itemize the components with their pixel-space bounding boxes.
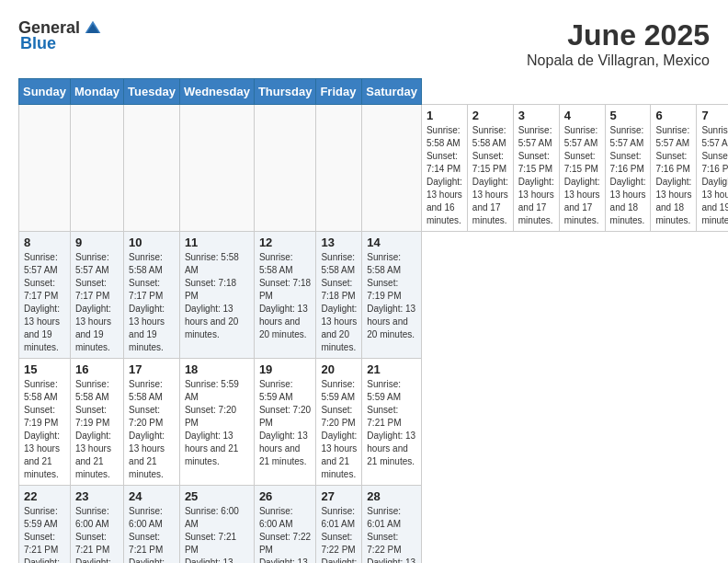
- day-number: 22: [24, 489, 65, 503]
- calendar-day-cell: 9Sunrise: 5:57 AMSunset: 7:17 PMDaylight…: [70, 232, 123, 359]
- day-info: Sunrise: 6:00 AMSunset: 7:21 PMDaylight:…: [185, 505, 249, 563]
- day-info: Sunrise: 6:01 AMSunset: 7:22 PMDaylight:…: [367, 505, 416, 563]
- logo-icon: [84, 19, 102, 38]
- calendar-week-row: 15Sunrise: 5:58 AMSunset: 7:19 PMDayligh…: [19, 359, 729, 486]
- calendar-day-cell: 4Sunrise: 5:57 AMSunset: 7:15 PMDaylight…: [559, 105, 605, 232]
- day-number: 25: [185, 489, 249, 503]
- calendar-day-cell: 6Sunrise: 5:57 AMSunset: 7:16 PMDaylight…: [651, 105, 697, 232]
- day-number: 21: [367, 362, 416, 376]
- day-number: 10: [129, 236, 175, 249]
- column-header-saturday: Saturday: [362, 79, 422, 105]
- empty-cell: [179, 105, 254, 232]
- title-section: June 2025 Nopala de Villagran, Mexico: [527, 18, 710, 69]
- day-info: Sunrise: 5:57 AMSunset: 7:16 PMDaylight:…: [701, 124, 728, 227]
- day-number: 14: [367, 236, 416, 249]
- month-title: June 2025: [527, 18, 710, 52]
- calendar-table: SundayMondayTuesdayWednesdayThursdayFrid…: [18, 78, 728, 563]
- empty-cell: [19, 105, 71, 232]
- day-number: 2: [472, 109, 508, 122]
- calendar-day-cell: 10Sunrise: 5:58 AMSunset: 7:17 PMDayligh…: [124, 232, 180, 359]
- calendar-week-row: 1Sunrise: 5:58 AMSunset: 7:14 PMDaylight…: [19, 105, 729, 232]
- empty-cell: [362, 105, 422, 232]
- day-info: Sunrise: 5:57 AMSunset: 7:15 PMDaylight:…: [518, 124, 554, 227]
- calendar-header-row: SundayMondayTuesdayWednesdayThursdayFrid…: [19, 79, 729, 105]
- calendar-week-row: 22Sunrise: 5:59 AMSunset: 7:21 PMDayligh…: [19, 486, 729, 564]
- day-info: Sunrise: 6:00 AMSunset: 7:21 PMDaylight:…: [129, 505, 175, 563]
- logo-blue-text: Blue: [20, 34, 56, 53]
- day-info: Sunrise: 6:00 AMSunset: 7:22 PMDaylight:…: [259, 505, 312, 563]
- day-info: Sunrise: 5:59 AMSunset: 7:21 PMDaylight:…: [24, 505, 65, 563]
- column-header-tuesday: Tuesday: [124, 79, 180, 105]
- day-number: 7: [701, 109, 728, 122]
- calendar-day-cell: 8Sunrise: 5:57 AMSunset: 7:17 PMDaylight…: [19, 232, 71, 359]
- calendar-day-cell: 21Sunrise: 5:59 AMSunset: 7:21 PMDayligh…: [362, 359, 422, 486]
- day-info: Sunrise: 5:59 AMSunset: 7:20 PMDaylight:…: [259, 378, 312, 468]
- column-header-sunday: Sunday: [19, 79, 71, 105]
- calendar-day-cell: 3Sunrise: 5:57 AMSunset: 7:15 PMDaylight…: [513, 105, 559, 232]
- calendar-day-cell: 24Sunrise: 6:00 AMSunset: 7:21 PMDayligh…: [124, 486, 180, 564]
- day-info: Sunrise: 5:58 AMSunset: 7:15 PMDaylight:…: [472, 124, 508, 227]
- calendar-day-cell: 14Sunrise: 5:58 AMSunset: 7:19 PMDayligh…: [362, 232, 422, 359]
- day-info: Sunrise: 5:59 AMSunset: 7:20 PMDaylight:…: [321, 378, 357, 481]
- calendar-day-cell: 28Sunrise: 6:01 AMSunset: 7:22 PMDayligh…: [362, 486, 422, 564]
- day-info: Sunrise: 5:58 AMSunset: 7:19 PMDaylight:…: [24, 378, 65, 481]
- day-number: 17: [129, 362, 175, 376]
- day-number: 15: [24, 362, 65, 376]
- day-number: 12: [259, 236, 312, 249]
- day-number: 27: [321, 489, 357, 503]
- day-number: 3: [518, 109, 554, 122]
- calendar-day-cell: 26Sunrise: 6:00 AMSunset: 7:22 PMDayligh…: [254, 486, 316, 564]
- day-number: 23: [75, 489, 119, 503]
- calendar-day-cell: 13Sunrise: 5:58 AMSunset: 7:18 PMDayligh…: [316, 232, 362, 359]
- day-info: Sunrise: 6:00 AMSunset: 7:21 PMDaylight:…: [75, 505, 119, 563]
- day-info: Sunrise: 5:58 AMSunset: 7:19 PMDaylight:…: [367, 251, 416, 341]
- calendar-day-cell: 5Sunrise: 5:57 AMSunset: 7:16 PMDaylight…: [605, 105, 651, 232]
- day-number: 19: [259, 362, 312, 376]
- calendar-day-cell: 7Sunrise: 5:57 AMSunset: 7:16 PMDaylight…: [697, 105, 728, 232]
- calendar-day-cell: 22Sunrise: 5:59 AMSunset: 7:21 PMDayligh…: [19, 486, 71, 564]
- day-number: 9: [75, 236, 119, 249]
- column-header-monday: Monday: [70, 79, 123, 105]
- logo: General Blue: [18, 18, 102, 53]
- column-header-wednesday: Wednesday: [179, 79, 254, 105]
- day-info: Sunrise: 5:58 AMSunset: 7:17 PMDaylight:…: [129, 251, 175, 354]
- column-header-thursday: Thursday: [254, 79, 316, 105]
- day-number: 16: [75, 362, 119, 376]
- calendar-day-cell: 12Sunrise: 5:58 AMSunset: 7:18 PMDayligh…: [254, 232, 316, 359]
- day-info: Sunrise: 5:57 AMSunset: 7:16 PMDaylight:…: [655, 124, 691, 227]
- day-number: 20: [321, 362, 357, 376]
- calendar-day-cell: 19Sunrise: 5:59 AMSunset: 7:20 PMDayligh…: [254, 359, 316, 486]
- calendar-day-cell: 16Sunrise: 5:58 AMSunset: 7:19 PMDayligh…: [70, 359, 123, 486]
- day-info: Sunrise: 5:58 AMSunset: 7:20 PMDaylight:…: [129, 378, 175, 481]
- day-info: Sunrise: 6:01 AMSunset: 7:22 PMDaylight:…: [321, 505, 357, 563]
- day-number: 4: [564, 109, 600, 122]
- page-header: General Blue June 2025 Nopala de Villagr…: [18, 18, 710, 69]
- day-number: 11: [185, 236, 249, 249]
- calendar-day-cell: 15Sunrise: 5:58 AMSunset: 7:19 PMDayligh…: [19, 359, 71, 486]
- day-info: Sunrise: 5:58 AMSunset: 7:18 PMDaylight:…: [185, 251, 249, 341]
- calendar-day-cell: 23Sunrise: 6:00 AMSunset: 7:21 PMDayligh…: [70, 486, 123, 564]
- calendar-day-cell: 2Sunrise: 5:58 AMSunset: 7:15 PMDaylight…: [467, 105, 513, 232]
- empty-cell: [254, 105, 316, 232]
- calendar-day-cell: 18Sunrise: 5:59 AMSunset: 7:20 PMDayligh…: [179, 359, 254, 486]
- day-number: 26: [259, 489, 312, 503]
- day-number: 1: [427, 109, 462, 122]
- day-number: 5: [610, 109, 646, 122]
- day-number: 13: [321, 236, 357, 249]
- day-info: Sunrise: 5:57 AMSunset: 7:16 PMDaylight:…: [610, 124, 646, 227]
- calendar-day-cell: 1Sunrise: 5:58 AMSunset: 7:14 PMDaylight…: [421, 105, 467, 232]
- day-number: 6: [655, 109, 691, 122]
- day-info: Sunrise: 5:57 AMSunset: 7:17 PMDaylight:…: [75, 251, 119, 354]
- day-info: Sunrise: 5:57 AMSunset: 7:15 PMDaylight:…: [564, 124, 600, 227]
- empty-cell: [124, 105, 180, 232]
- calendar-day-cell: 20Sunrise: 5:59 AMSunset: 7:20 PMDayligh…: [316, 359, 362, 486]
- day-info: Sunrise: 5:58 AMSunset: 7:18 PMDaylight:…: [321, 251, 357, 354]
- calendar-day-cell: 25Sunrise: 6:00 AMSunset: 7:21 PMDayligh…: [179, 486, 254, 564]
- calendar-day-cell: 27Sunrise: 6:01 AMSunset: 7:22 PMDayligh…: [316, 486, 362, 564]
- day-info: Sunrise: 5:58 AMSunset: 7:19 PMDaylight:…: [75, 378, 119, 481]
- day-number: 28: [367, 489, 416, 503]
- day-info: Sunrise: 5:59 AMSunset: 7:21 PMDaylight:…: [367, 378, 416, 468]
- day-number: 8: [24, 236, 65, 249]
- day-number: 18: [185, 362, 249, 376]
- day-info: Sunrise: 5:58 AMSunset: 7:18 PMDaylight:…: [259, 251, 312, 341]
